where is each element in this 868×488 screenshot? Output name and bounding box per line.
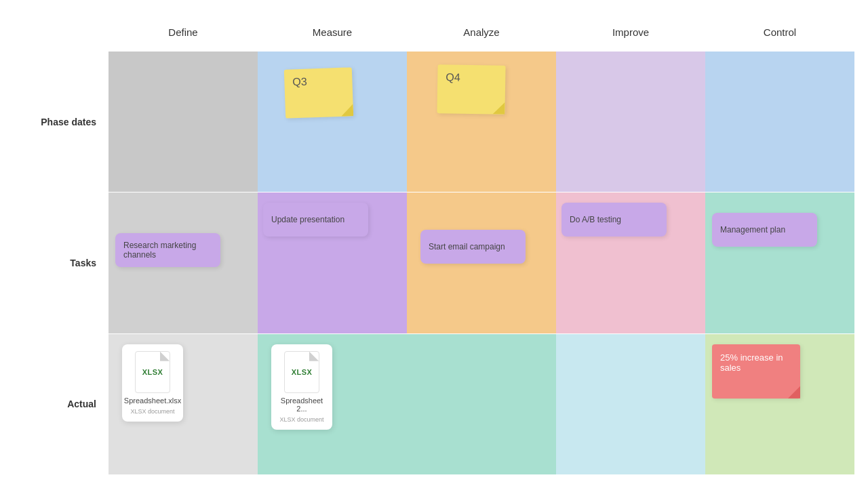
col-header-measure: Measure	[258, 26, 407, 38]
tasks-label: Tasks	[14, 192, 108, 333]
actual-label: Actual	[14, 334, 108, 474]
sticky-update-presentation[interactable]: Update presentation	[263, 203, 368, 237]
doc-card-spreadsheet1[interactable]: XLSX Spreadsheet.xlsx XLSX document	[122, 344, 183, 422]
cell-improve-actual	[556, 334, 705, 474]
cell-analyze-actual	[407, 334, 556, 474]
cell-analyze-phases[interactable]: Q4	[407, 52, 556, 192]
col-header-improve: Improve	[556, 26, 705, 38]
cell-analyze-tasks[interactable]: Start email campaign	[407, 192, 556, 333]
tasks-row: Tasks Research marketing channels Update…	[14, 192, 854, 333]
doc-icon-1: XLSX	[135, 351, 170, 393]
cell-measure-phases[interactable]: Q3	[258, 52, 407, 192]
cell-define-tasks[interactable]: Research marketing channels	[108, 192, 258, 333]
cell-control-phases	[705, 52, 854, 192]
cell-measure-tasks[interactable]: Update presentation	[258, 192, 407, 333]
cell-define-phases	[108, 52, 258, 192]
cell-control-actual[interactable]: 25% increase in sales	[705, 334, 854, 474]
column-headers: Define Measure Analyze Improve Control	[14, 14, 854, 51]
sticky-start-email[interactable]: Start email campaign	[420, 230, 526, 264]
cell-define-actual[interactable]: XLSX Spreadsheet.xlsx XLSX document	[108, 334, 258, 474]
cell-measure-actual[interactable]: XLSX Spreadsheet 2... XLSX document	[258, 334, 407, 474]
grid-body: Phase dates Q3 Q4 Tasks	[14, 51, 854, 474]
cell-improve-phases	[556, 52, 705, 192]
col-header-define: Define	[108, 26, 258, 38]
kanban-board: Define Measure Analyze Improve Control P…	[14, 14, 854, 474]
phase-dates-label: Phase dates	[14, 52, 108, 192]
sticky-management-plan[interactable]: Management plan	[712, 213, 817, 247]
col-header-control: Control	[705, 26, 854, 38]
cell-control-tasks[interactable]: Management plan	[705, 192, 854, 333]
phase-dates-row: Phase dates Q3 Q4	[14, 51, 854, 192]
cell-improve-tasks[interactable]: Do A/B testing	[556, 192, 705, 333]
actual-row: Actual XLSX Spreadsheet.xlsx XLSX docume…	[14, 333, 854, 474]
sticky-q3[interactable]: Q3	[284, 67, 353, 118]
sticky-do-ab-testing[interactable]: Do A/B testing	[561, 203, 667, 237]
sticky-increase-sales[interactable]: 25% increase in sales	[712, 344, 800, 399]
doc-card-spreadsheet2[interactable]: XLSX Spreadsheet 2... XLSX document	[271, 344, 332, 430]
col-header-analyze: Analyze	[407, 26, 556, 38]
sticky-q4[interactable]: Q4	[437, 64, 505, 115]
sticky-research-marketing[interactable]: Research marketing channels	[115, 233, 220, 267]
doc-icon-2: XLSX	[284, 351, 319, 393]
